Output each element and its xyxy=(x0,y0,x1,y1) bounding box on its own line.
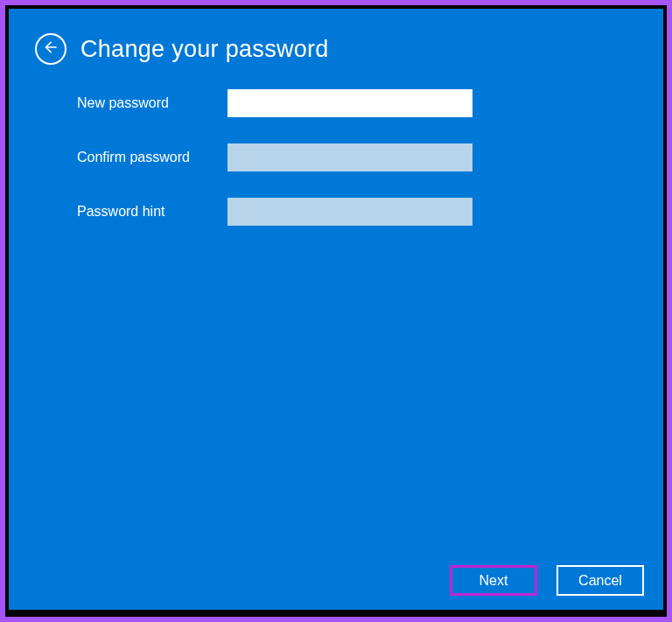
new-password-row: New password xyxy=(77,89,637,117)
next-button[interactable]: Next xyxy=(450,565,537,596)
back-button[interactable] xyxy=(35,33,66,65)
form-area: New password Confirm password Password h… xyxy=(9,73,663,252)
confirm-password-label: Confirm password xyxy=(77,150,228,165)
confirm-password-row: Confirm password xyxy=(77,143,637,171)
cancel-button[interactable]: Cancel xyxy=(556,565,644,596)
confirm-password-input[interactable] xyxy=(228,143,472,171)
page-title: Change your password xyxy=(80,36,329,63)
footer: Next Cancel xyxy=(450,565,644,596)
password-hint-label: Password hint xyxy=(77,204,228,220)
password-hint-input[interactable] xyxy=(228,198,472,226)
back-arrow-icon xyxy=(42,38,60,59)
change-password-window: Change your password New password Confir… xyxy=(9,9,663,610)
new-password-label: New password xyxy=(77,95,228,111)
password-hint-row: Password hint xyxy=(77,198,637,226)
new-password-input[interactable] xyxy=(228,89,472,117)
header: Change your password xyxy=(9,9,663,73)
